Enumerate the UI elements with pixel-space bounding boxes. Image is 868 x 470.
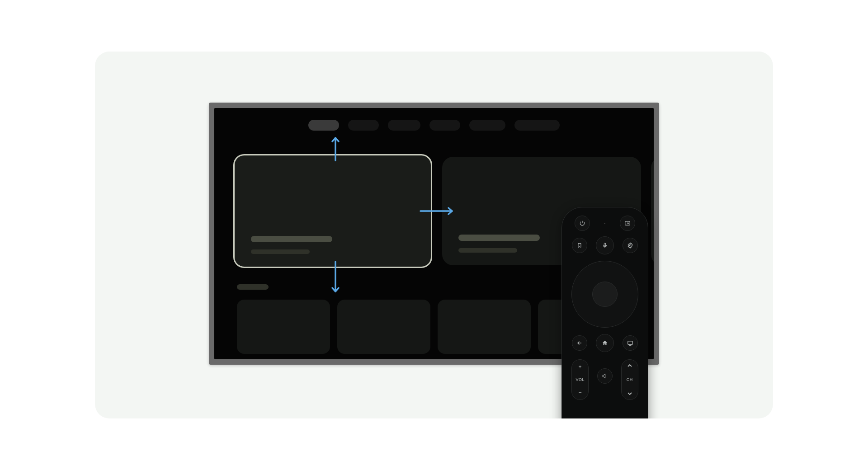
content-card[interactable] [337,300,430,354]
placeholder-title [251,236,332,242]
volume-label: VOL [576,377,585,382]
placeholder-subtitle [251,249,310,254]
remote-second-row [562,236,648,254]
channel-label: CH [627,377,633,382]
hero-card-focused[interactable] [233,154,432,268]
voice-button[interactable] [596,236,614,254]
svg-rect-6 [628,341,633,345]
channel-down-button[interactable] [627,392,632,395]
arrow-up-icon [331,135,340,162]
hero-card-peek[interactable] [651,157,654,265]
channel-up-button[interactable] [627,364,632,367]
dpad-left[interactable] [574,286,592,304]
bookmark-icon [577,242,582,249]
remote-control: + VOL − CH [561,207,648,418]
dpad-ring [571,261,638,328]
tv-icon [627,340,633,346]
tab-item[interactable] [308,120,339,131]
power-icon [579,220,585,226]
arrow-right-icon [419,207,455,216]
microphone-icon [602,242,608,249]
svg-rect-4 [604,243,606,246]
chevron-down-icon [627,392,632,395]
tab-item[interactable] [514,120,560,131]
remote-rocker-row: + VOL − CH [562,359,648,400]
content-card[interactable] [438,300,531,354]
power-button[interactable] [575,216,590,231]
tab-item[interactable] [388,120,420,131]
dpad-select-button[interactable] [592,282,618,307]
dpad [562,261,648,328]
volume-up-button[interactable]: + [579,364,582,370]
mute-icon [602,373,608,379]
placeholder-title [458,235,540,241]
arrow-left-icon [576,340,583,346]
guide-button[interactable] [623,335,638,351]
tab-item[interactable] [348,120,379,131]
remote-nav-row [562,334,648,352]
volume-rocker: + VOL − [571,359,589,400]
tab-item[interactable] [469,120,505,131]
chevron-up-icon [627,364,632,367]
settings-button[interactable] [623,238,638,253]
tab-item[interactable] [429,120,460,131]
content-card[interactable] [237,300,330,354]
input-button[interactable] [620,216,635,231]
remote-top-row [562,216,648,231]
remote-led [604,223,605,224]
channel-rocker: CH [621,359,638,400]
placeholder-subtitle [458,248,517,253]
section-label-placeholder [237,284,269,290]
arrow-down-icon [331,260,340,294]
svg-point-5 [630,244,632,246]
volume-down-button[interactable]: − [579,390,582,395]
dpad-up[interactable] [596,263,614,281]
dpad-right[interactable] [618,286,636,304]
dpad-down[interactable] [596,307,614,325]
illustration-canvas: + VOL − CH [95,52,773,418]
bookmark-button[interactable] [572,238,587,253]
tab-bar [214,120,654,131]
home-icon [602,340,608,346]
gear-icon [627,242,633,249]
mute-button[interactable] [597,368,613,384]
home-button[interactable] [596,334,614,352]
input-icon [624,220,631,226]
back-button[interactable] [572,335,587,351]
